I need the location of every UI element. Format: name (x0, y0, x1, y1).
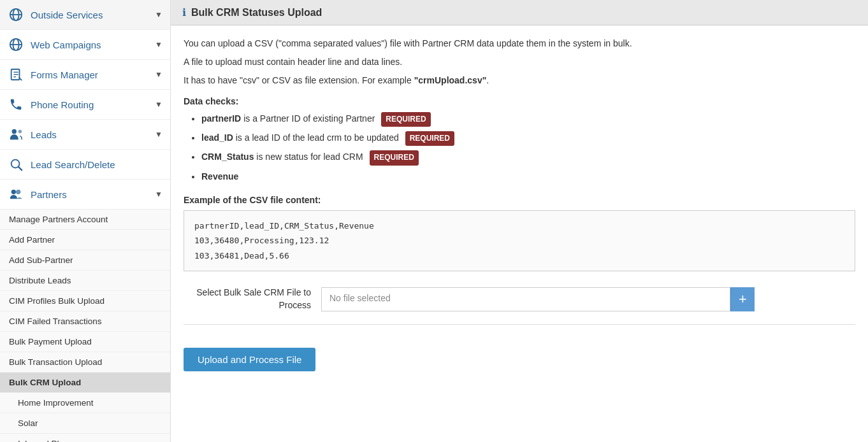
info-icon: ℹ (182, 6, 186, 18)
lead-search-icon (8, 156, 24, 173)
sidebar-sub-home-improvement[interactable]: Home Improvement (0, 393, 170, 413)
sidebar-item-label: Web Campaigns (31, 39, 101, 50)
sidebar-item-partners[interactable]: Partners ▼ (0, 180, 170, 210)
checks-list: partnerID is a Partner ID of existing Pa… (184, 111, 855, 183)
field-desc-2: is a lead ID of the lead crm to be updat… (236, 132, 399, 143)
svg-point-11 (18, 130, 22, 134)
example-box: partnerID,lead_ID,CRM_Status,Revenue 103… (184, 210, 855, 271)
outside-services-icon (8, 6, 24, 23)
data-checks-section: Data checks: partnerID is a Partner ID o… (184, 96, 855, 183)
svg-point-14 (11, 190, 16, 194)
file-browse-button[interactable]: + (730, 287, 755, 311)
sidebar-sub-bulk-crm-upload[interactable]: Bulk CRM Upload (0, 373, 170, 393)
chevron-down-icon: ▼ (155, 40, 163, 49)
content-area: You can upload a CSV ("comma separated v… (171, 25, 868, 402)
file-select-section: Select Bulk Sale CRM File to Process No … (184, 287, 855, 311)
field-revenue: Revenue (201, 171, 238, 182)
required-badge-1: REQUIRED (381, 112, 430, 127)
chevron-down-icon: ▼ (155, 130, 163, 139)
sidebar: Outside Services ▼ Web Campaigns ▼ Forms… (0, 0, 171, 442)
description-1: You can upload a CSV ("comma separated v… (184, 37, 855, 50)
web-campaigns-icon (8, 36, 24, 53)
sidebar-sub-manage-partners[interactable]: Manage Partners Account (0, 210, 170, 230)
page-title: Bulk CRM Statuses Upload (191, 7, 322, 18)
example-line-2: 103,36480,Processing,123.12 (194, 233, 844, 248)
description-section: You can upload a CSV ("comma separated v… (184, 37, 855, 87)
partners-icon (8, 186, 24, 203)
main-content: ℹ Bulk CRM Statuses Upload You can uploa… (171, 0, 868, 442)
divider (184, 324, 855, 325)
sidebar-item-leads[interactable]: Leads ▼ (0, 120, 170, 150)
upload-btn-section: Upload and Process File (184, 348, 855, 390)
desc-3-pre: It has to have "csv" or CSV as file exte… (184, 75, 414, 85)
chevron-down-icon: ▼ (155, 190, 163, 199)
chevron-down-icon: ▼ (155, 100, 163, 109)
field-desc-3: is new status for lead CRM (256, 152, 363, 162)
forms-manager-icon (8, 66, 24, 83)
sidebar-item-outside-services[interactable]: Outside Services ▼ (0, 0, 170, 30)
sidebar-sub-add-sub-partner[interactable]: Add Sub-Partner (0, 250, 170, 271)
sidebar-item-lead-search-delete[interactable]: Lead Search/Delete (0, 150, 170, 180)
chevron-down-icon: ▼ (155, 70, 163, 79)
sidebar-sub-solar[interactable]: Solar (0, 413, 170, 434)
sidebar-item-label: Outside Services (31, 10, 103, 20)
sidebar-item-label: Forms Manager (31, 69, 98, 80)
required-badge-2: REQUIRED (405, 131, 454, 146)
svg-point-10 (12, 129, 17, 134)
sidebar-sub-bulk-payment[interactable]: Bulk Payment Upload (0, 332, 170, 352)
required-badge-3: REQUIRED (370, 150, 419, 165)
description-3: It has to have "csv" or CSV as file exte… (184, 74, 855, 87)
example-section: Example of the CSV file content: partner… (184, 195, 855, 271)
sidebar-item-web-campaigns[interactable]: Web Campaigns ▼ (0, 30, 170, 60)
sidebar-sub-cim-profiles[interactable]: CIM Profiles Bulk Upload (0, 291, 170, 311)
chevron-down-icon: ▼ (155, 10, 163, 19)
svg-line-13 (18, 167, 22, 170)
page-header: ℹ Bulk CRM Statuses Upload (171, 0, 868, 25)
check-partner-id: partnerID is a Partner ID of existing Pa… (201, 111, 855, 127)
sidebar-sub-inbound-phone[interactable]: Inbound Phone (0, 434, 170, 442)
file-select-label: Select Bulk Sale CRM File to Process (184, 287, 311, 311)
check-revenue: Revenue (201, 169, 855, 183)
sidebar-sub-distribute-leads[interactable]: Distribute Leads (0, 271, 170, 291)
file-select-input-wrap: No file selected + (321, 287, 755, 311)
leads-icon (8, 126, 24, 143)
sidebar-item-label: Leads (31, 129, 57, 140)
sidebar-item-label: Partners (31, 189, 67, 200)
upload-process-button[interactable]: Upload and Process File (184, 348, 315, 371)
sidebar-sub-cim-failed[interactable]: CIM Failed Transactions (0, 311, 170, 332)
sidebar-item-label: Phone Routing (31, 99, 94, 110)
sidebar-item-phone-routing[interactable]: Phone Routing ▼ (0, 90, 170, 120)
sidebar-sub-bulk-transaction[interactable]: Bulk Transaction Upload (0, 352, 170, 373)
field-desc-1: is a Partner ID of existing Partner (243, 113, 375, 124)
desc-3-bold: "crmUpload.csv" (414, 75, 487, 85)
sidebar-item-label: Lead Search/Delete (31, 159, 115, 170)
example-label: Example of the CSV file content: (184, 195, 855, 205)
sidebar-sub-add-partner[interactable]: Add Partner (0, 230, 170, 250)
file-input-display: No file selected (321, 287, 730, 311)
phone-routing-icon (8, 96, 24, 113)
desc-3-post: . (486, 75, 489, 85)
svg-point-15 (16, 190, 20, 194)
check-crm-status: CRM_Status is new status for lead CRM RE… (201, 150, 855, 165)
field-lead_ID: lead_ID (201, 132, 233, 143)
field-partnerID: partnerID (201, 113, 241, 124)
field-CRM_Status: CRM_Status (201, 152, 254, 162)
example-line-3: 103,36481,Dead,5.66 (194, 248, 844, 263)
data-checks-label: Data checks: (184, 96, 855, 106)
example-line-1: partnerID,lead_ID,CRM_Status,Revenue (194, 218, 844, 233)
description-2: A file to upload must contain header lin… (184, 55, 855, 69)
sidebar-item-forms-manager[interactable]: Forms Manager ▼ (0, 60, 170, 90)
check-lead-id: lead_ID is a lead ID of the lead crm to … (201, 131, 855, 146)
